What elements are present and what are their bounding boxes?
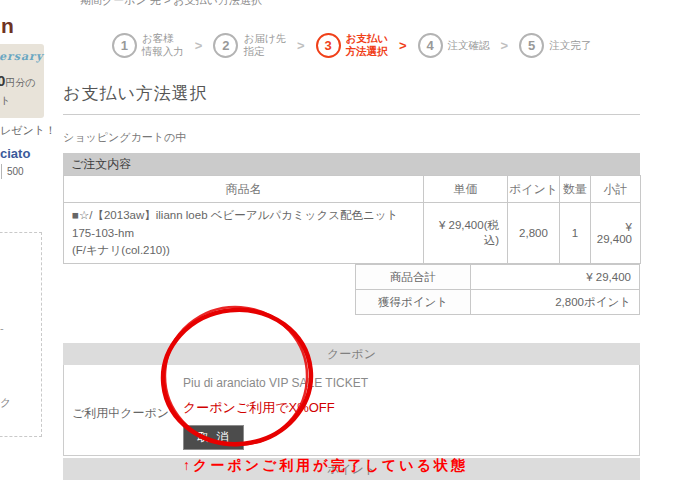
total-label: 商品合計 xyxy=(356,265,471,290)
sidebar-banner[interactable]: ersary 0円分の ト xyxy=(0,44,44,118)
coupon-section-header: クーポン xyxy=(63,343,640,365)
col-unit-price: 単価 xyxy=(424,176,508,203)
sidebar-text-fragment: - xyxy=(0,322,4,334)
order-table: 商品名 単価 ポイント 数量 小計 ■☆/【2013aw】iliann loeb… xyxy=(63,175,641,264)
earned-points-label: 獲得ポイント xyxy=(356,290,471,315)
step-2-label: お届け先指定 xyxy=(243,32,286,58)
step-2-number-icon: 2 xyxy=(213,33,238,58)
col-quantity: 数量 xyxy=(560,176,591,203)
chevron-right-icon: > xyxy=(501,38,509,53)
earned-points-value: 2,800ポイント xyxy=(471,290,640,315)
breadcrumb: 期間クーポン 先 > お支払い方法選択 xyxy=(80,0,262,8)
coupon-cancel-button[interactable]: 取 消 xyxy=(183,425,244,450)
item-quantity: 1 xyxy=(560,203,591,264)
item-subtotal: ¥ 29,400 xyxy=(591,203,641,264)
item-points: 2,800 xyxy=(508,203,560,264)
total-row: 商品合計 ¥ 29,400 xyxy=(356,265,640,290)
main-content: 期間クーポン 先 > お支払い方法選択 1 お客様情報入力 > 2 お届け先指定… xyxy=(63,0,640,480)
like-count-bubble-edge xyxy=(1,164,2,179)
sidebar-brand-link[interactable]: ciato xyxy=(0,146,30,161)
banner-amount-text: 0円分の xyxy=(0,72,36,90)
step-customer-info: 1 お客様情報入力 xyxy=(112,32,184,58)
step-payment-method-active: 3 お支払い方法選択 xyxy=(316,32,389,58)
banner-point-text: ト xyxy=(0,94,10,108)
col-subtotal: 小計 xyxy=(591,176,641,203)
step-3-number-icon: 3 xyxy=(316,33,341,58)
step-order-confirm: 4 注文確認 xyxy=(418,33,490,58)
total-value: ¥ 29,400 xyxy=(471,265,640,290)
step-5-label: 注文完了 xyxy=(549,39,591,52)
total-row: 獲得ポイント 2,800ポイント xyxy=(356,290,640,315)
coupon-box: ご利用中クーポン Piu di aranciato VIP SALE TICKE… xyxy=(63,365,640,456)
cart-note: ショッピングカートの中 xyxy=(63,130,640,145)
item-unit-price: ¥ 29,400(税込) xyxy=(424,203,508,264)
step-4-label: 注文確認 xyxy=(448,39,490,52)
sidebar-text-fragment: ク xyxy=(0,395,11,410)
coupon-name: Piu di aranciato VIP SALE TICKET xyxy=(183,376,368,390)
chevron-right-icon: > xyxy=(195,38,203,53)
page-title: お支払い方法選択 xyxy=(63,82,640,115)
step-3-label: お支払い方法選択 xyxy=(346,32,389,58)
chevron-right-icon: > xyxy=(399,38,407,53)
annotation-caption: ↑クーポンご利用が完了している状態 xyxy=(183,457,468,475)
active-coupon-label: ご利用中クーポン xyxy=(72,405,169,422)
step-shipping-address: 2 お届け先指定 xyxy=(213,32,286,58)
sidebar-logo-fragment: n xyxy=(1,14,14,38)
step-4-number-icon: 4 xyxy=(418,33,443,58)
sidebar-present-text: レゼント！ xyxy=(0,123,56,138)
step-5-number-icon: 5 xyxy=(519,33,544,58)
step-1-number-icon: 1 xyxy=(112,33,137,58)
col-points: ポイント xyxy=(508,176,560,203)
banner-script-text: ersary xyxy=(0,50,43,63)
coupon-discount-text: クーポンご利用でX%OFF xyxy=(183,399,368,417)
like-count: 500 xyxy=(7,166,24,177)
step-order-complete: 5 注文完了 xyxy=(519,33,591,58)
order-section-header: ご注文内容 xyxy=(63,153,640,175)
checkout-steps: 1 お客様情報入力 > 2 お届け先指定 > 3 お支払い方法選択 > 4 注文… xyxy=(63,32,640,58)
item-name: ■☆/【2013aw】iliann loeb ベビーアルパカミックス配色ニット … xyxy=(64,203,424,264)
order-table-header-row: 商品名 単価 ポイント 数量 小計 xyxy=(64,176,641,203)
coupon-content: Piu di aranciato VIP SALE TICKET クーポンご利用… xyxy=(183,376,368,450)
col-product-name: 商品名 xyxy=(64,176,424,203)
step-1-label: お客様情報入力 xyxy=(142,32,184,58)
order-item-row: ■☆/【2013aw】iliann loeb ベビーアルパカミックス配色ニット … xyxy=(64,203,641,264)
chevron-right-icon: > xyxy=(297,38,305,53)
order-totals-table: 商品合計 ¥ 29,400 獲得ポイント 2,800ポイント xyxy=(355,264,640,315)
